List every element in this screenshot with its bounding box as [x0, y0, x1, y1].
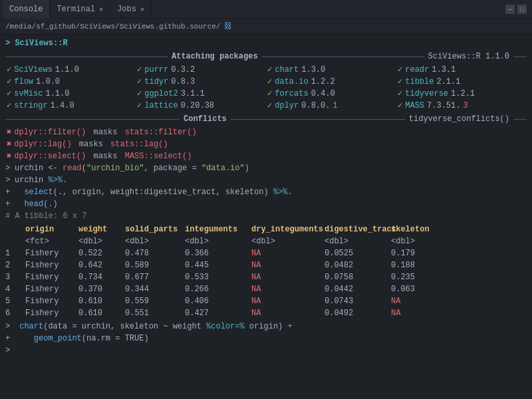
pkg-forcats: ✓ forcats 0.4.0	[266, 88, 396, 100]
sciviews-version: SciViews::R 1.1.0	[424, 51, 513, 63]
close-jobs-icon[interactable]: ✕	[140, 5, 144, 13]
code-chart-line1: > chart (data = urchin, skeleton ~ weigh…	[5, 321, 527, 332]
tab-terminal[interactable]: Terminal ✕	[50, 0, 110, 19]
pkg-ggplot2: ✓ ggplot2 3.1.1	[136, 88, 266, 100]
check-tibble: ✓	[398, 76, 402, 88]
pkg-flow: ✓ flow 1.0.0	[5, 76, 136, 88]
link-icon[interactable]: ⛓	[224, 21, 232, 31]
pkg-dplyr: ✓ dplyr 0.8.0.1	[266, 100, 396, 112]
pkg-lattice: ✓ lattice 0.20.38	[136, 100, 266, 112]
conflicts-label: Conflicts	[180, 113, 231, 125]
path-text: /media/sf_github/SciViews/SciViews.githu…	[5, 23, 220, 31]
maximize-button[interactable]: □	[517, 5, 527, 14]
code-urchin-read: > urchin <- read ( "urchin_bio" , packag…	[5, 162, 527, 174]
path-bar: /media/sf_github/SciViews/SciViews.githu…	[0, 19, 532, 35]
tab-console[interactable]: Console	[3, 0, 50, 19]
check-stringr: ✓	[7, 100, 11, 112]
check-mass: ✓	[398, 100, 402, 112]
code-head: + head (.)	[5, 198, 527, 210]
check-sciviews: ✓	[7, 64, 11, 76]
console-area: > SciViews::R Attaching packages SciView…	[0, 35, 532, 399]
pkg-chart: ✓ chart 1.3.0	[266, 64, 396, 76]
conflict-select: ✖ dplyr::select() masks MASS::select()	[5, 150, 527, 162]
table-row: 1 Fishery 0.522 0.478 0.366 NA 0.0525 0.…	[5, 247, 527, 259]
check-tidyr: ✓	[137, 76, 142, 88]
pkg-purrr: ✓ purrr 0.3.2	[136, 64, 266, 76]
conflict-filter: ✖ dplyr::filter() masks stats::filter()	[5, 126, 527, 138]
header-line-left	[5, 57, 168, 57]
x-lag: ✖	[7, 138, 11, 150]
table-row: 3 Fishery 0.734 0.677 0.533 NA 0.0758 0.…	[5, 271, 527, 283]
minimize-button[interactable]: ─	[505, 5, 515, 14]
check-readr: ✓	[398, 64, 402, 76]
tab-jobs[interactable]: Jobs ✕	[110, 0, 152, 19]
conflict-lag: ✖ dplyr::lag() masks stats::lag()	[5, 138, 527, 150]
check-svmisc: ✓	[7, 88, 11, 100]
check-dataio: ✓	[267, 76, 272, 88]
conflicts-line-left	[5, 119, 180, 120]
code-prompt-final: >	[5, 344, 527, 356]
table-row: 6 Fishery 0.610 0.551 0.427 NA 0.0492 NA	[5, 307, 527, 319]
tab-terminal-label: Terminal	[57, 5, 95, 14]
table-row: 5 Fishery 0.610 0.559 0.406 NA 0.0743 NA	[5, 295, 527, 307]
tibble-comment: # A tibble: 6 x 7	[5, 210, 527, 222]
table-header: origin weight solid_parts integuments dr…	[5, 223, 527, 235]
pkg-readr: ✓ readr 1.3.1	[396, 64, 527, 76]
pkg-sciviews: ✓ SciViews 1.1.0	[5, 64, 136, 76]
pkg-tidyverse: ✓ tidyverse 1.2.1	[396, 88, 527, 100]
table-types: <fct> <dbl> <dbl> <dbl> <dbl> <dbl> <dbl…	[5, 235, 527, 247]
check-tidyverse: ✓	[398, 88, 402, 100]
pkg-mass: ✓ MASS 7.3.51.3	[396, 100, 527, 112]
check-purrr: ✓	[137, 64, 142, 76]
window-controls: ─ □	[505, 5, 527, 14]
close-terminal-icon[interactable]: ✕	[99, 5, 103, 13]
table-row: 4 Fishery 0.370 0.344 0.266 NA 0.0442 0.…	[5, 283, 527, 295]
code-select: + select (., origin, weight:digestive_tr…	[5, 186, 527, 198]
check-ggplot2: ✓	[137, 88, 142, 100]
tab-jobs-label: Jobs	[117, 5, 136, 14]
conflicts-line-mid	[231, 119, 405, 120]
tidyverse-label: tidyverse_conflicts()	[405, 113, 513, 125]
conflicts-line-right	[513, 119, 527, 120]
x-filter: ✖	[7, 126, 11, 138]
table-row: 2 Fishery 0.642 0.589 0.445 NA 0.0482 0.…	[5, 259, 527, 271]
check-chart: ✓	[267, 64, 272, 76]
header-line-mid	[262, 57, 424, 57]
code-chart-line2: + geom_point (na.rm = TRUE)	[5, 332, 527, 344]
pkg-dataio: ✓ data.io 1.2.2	[266, 76, 396, 88]
tab-bar: Console Terminal ✕ Jobs ✕ ─ □	[0, 0, 532, 19]
attaching-label: Attaching packages	[168, 51, 262, 63]
attaching-packages-header: Attaching packages SciViews::R 1.1.0	[5, 51, 527, 63]
code-urchin-pipe: > urchin %>%.	[5, 174, 527, 186]
tab-console-label: Console	[9, 5, 43, 14]
pkg-svmisc: ✓ svMisc 1.1.0	[5, 88, 136, 100]
sciviews-heading: > SciViews::R	[5, 37, 527, 49]
pkg-tidyr: ✓ tidyr 0.8.3	[136, 76, 266, 88]
data-table: origin weight solid_parts integuments dr…	[5, 223, 527, 319]
check-forcats: ✓	[267, 88, 272, 100]
x-select: ✖	[7, 150, 11, 162]
pkg-stringr: ✓ stringr 1.4.0	[5, 100, 136, 112]
package-grid: ✓ SciViews 1.1.0 ✓ purrr 0.3.2 ✓ chart 1…	[5, 64, 527, 112]
pkg-tibble: ✓ tibble 2.1.1	[396, 76, 527, 88]
check-flow: ✓	[7, 76, 11, 88]
conflicts-header: Conflicts tidyverse_conflicts()	[5, 113, 527, 125]
check-dplyr: ✓	[267, 100, 272, 112]
check-lattice: ✓	[137, 100, 142, 112]
header-line-right	[513, 57, 527, 57]
